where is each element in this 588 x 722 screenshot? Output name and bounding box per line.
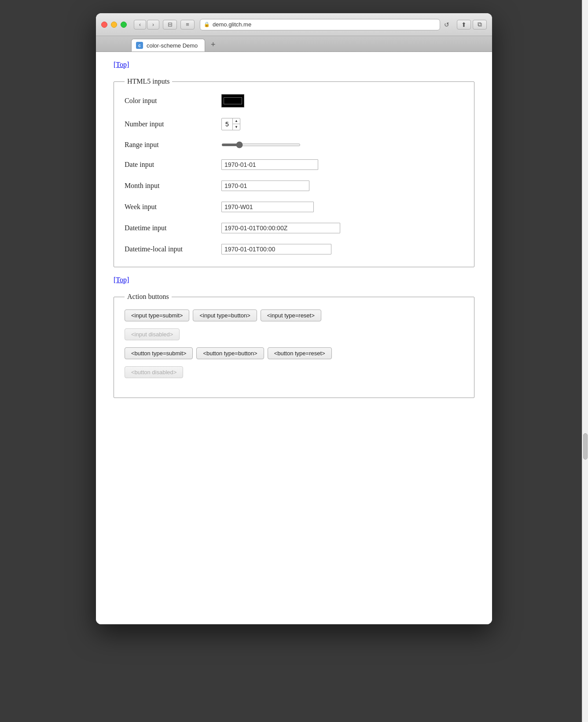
- month-label: Month input: [125, 182, 221, 190]
- number-up-arrow[interactable]: ▲: [233, 118, 240, 124]
- traffic-lights: [101, 22, 127, 28]
- input-reset-button[interactable]: <input type=reset>: [261, 309, 321, 321]
- number-down-arrow[interactable]: ▼: [233, 124, 240, 130]
- number-input-row: Number input 5 ▲ ▼: [125, 118, 463, 130]
- maximize-button[interactable]: [121, 22, 127, 28]
- input-buttons-group: <input type=submit> <input type=button> …: [125, 309, 463, 321]
- new-tab-button[interactable]: +: [207, 39, 219, 52]
- tab-bar: c color-scheme Demo +: [96, 36, 492, 52]
- number-label: Number input: [125, 120, 221, 128]
- datetime-label: Datetime input: [125, 224, 221, 232]
- tabs-button[interactable]: ⧉: [473, 20, 487, 29]
- sidebar-button[interactable]: ⊟: [163, 20, 177, 29]
- page-content: [Top] HTML5 inputs Color input Number in…: [96, 52, 492, 624]
- tab-favicon: c: [136, 42, 143, 49]
- nav-buttons: ‹ ›: [134, 20, 159, 29]
- week-input[interactable]: [221, 202, 314, 212]
- input-disabled-group: <input disabled>: [125, 328, 463, 340]
- action-legend: Action buttons: [125, 293, 172, 301]
- top-link-2[interactable]: [Top]: [114, 276, 474, 284]
- input-button-button[interactable]: <input type=button>: [193, 309, 257, 321]
- html5-inputs-section: HTML5 inputs Color input Number input 5 …: [114, 77, 474, 267]
- html5-legend: HTML5 inputs: [125, 77, 172, 85]
- color-label: Color input: [125, 97, 221, 105]
- number-arrows: ▲ ▼: [232, 118, 240, 130]
- month-input[interactable]: [221, 180, 309, 191]
- lock-icon: 🔒: [204, 22, 210, 27]
- color-input[interactable]: [221, 94, 244, 107]
- number-input-wrapper[interactable]: 5 ▲ ▼: [221, 118, 240, 130]
- date-input-row: Date input: [125, 159, 463, 170]
- top-link-1[interactable]: [Top]: [114, 61, 474, 69]
- refresh-button[interactable]: ↺: [442, 20, 452, 29]
- minimize-button[interactable]: [111, 22, 117, 28]
- address-bar-container: 🔒 demo.glitch.me ↺: [200, 19, 452, 30]
- color-input-row: Color input: [125, 94, 463, 107]
- button-button-button[interactable]: <button type=button>: [196, 347, 264, 359]
- forward-button[interactable]: ›: [147, 20, 159, 29]
- input-disabled-button: <input disabled>: [125, 328, 180, 340]
- address-bar[interactable]: 🔒 demo.glitch.me: [200, 19, 440, 30]
- share-button[interactable]: ⬆: [457, 20, 471, 29]
- week-input-row: Week input: [125, 202, 463, 212]
- toolbar-right: ⬆ ⧉: [457, 20, 487, 29]
- range-label: Range input: [125, 141, 221, 149]
- action-buttons-section: Action buttons <input type=submit> <inpu…: [114, 293, 474, 398]
- week-label: Week input: [125, 203, 221, 211]
- datetimelocal-label: Datetime-local input: [125, 245, 221, 253]
- back-button[interactable]: ‹: [134, 20, 146, 29]
- title-bar: ‹ › ⊟ ≡ 🔒 demo.glitch.me ↺ ⬆ ⧉: [96, 13, 492, 36]
- button-submit-button[interactable]: <button type=submit>: [125, 347, 193, 359]
- button-disabled-button: <button disabled>: [125, 366, 183, 378]
- range-container: [221, 144, 301, 146]
- date-input[interactable]: [221, 159, 318, 170]
- input-submit-button[interactable]: <input type=submit>: [125, 309, 189, 321]
- month-input-row: Month input: [125, 180, 463, 191]
- close-button[interactable]: [101, 22, 107, 28]
- range-input[interactable]: [221, 144, 301, 146]
- number-value: 5: [222, 121, 232, 128]
- menu-button[interactable]: ≡: [180, 20, 195, 29]
- button-disabled-group: <button disabled>: [125, 366, 463, 378]
- datetimelocal-input[interactable]: [221, 244, 331, 254]
- browser-window: ‹ › ⊟ ≡ 🔒 demo.glitch.me ↺ ⬆ ⧉ c color-s…: [96, 13, 492, 624]
- button-buttons-group: <button type=submit> <button type=button…: [125, 347, 463, 359]
- range-input-row: Range input: [125, 141, 463, 149]
- button-reset-button[interactable]: <button type=reset>: [268, 347, 332, 359]
- datetime-input-row: Datetime input: [125, 223, 463, 233]
- date-label: Date input: [125, 161, 221, 169]
- datetime-input[interactable]: [221, 223, 340, 233]
- url-text: demo.glitch.me: [213, 21, 251, 28]
- active-tab[interactable]: c color-scheme Demo: [131, 39, 205, 52]
- tab-title: color-scheme Demo: [147, 42, 198, 49]
- datetimelocal-input-row: Datetime-local input: [125, 244, 463, 254]
